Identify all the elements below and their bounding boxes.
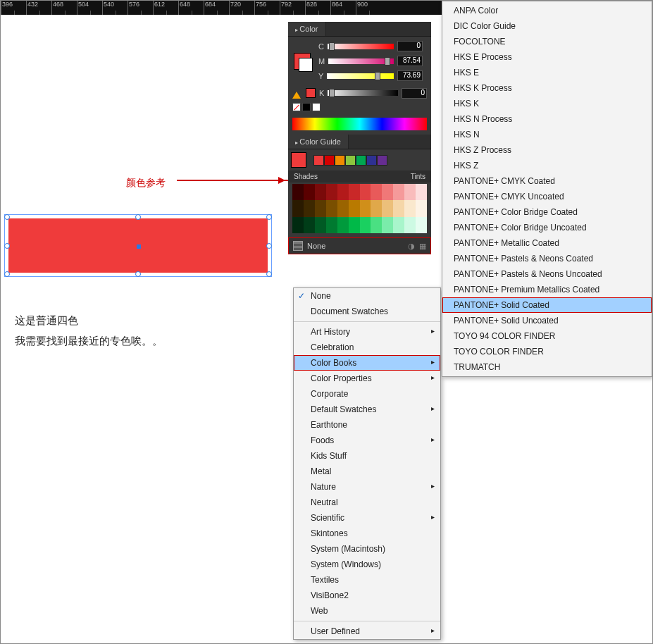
submenu-item[interactable]: FOCOLTONE xyxy=(442,34,652,49)
submenu-item[interactable]: HKS E xyxy=(442,65,652,80)
variation-cell[interactable] xyxy=(304,217,315,233)
variation-cell[interactable] xyxy=(393,184,404,200)
selection-handle[interactable] xyxy=(4,243,10,249)
variation-cell[interactable] xyxy=(404,200,416,216)
library-icon[interactable] xyxy=(293,241,303,251)
variation-cell[interactable] xyxy=(304,200,315,216)
variation-cell[interactable] xyxy=(404,217,416,233)
submenu-item[interactable]: HKS K xyxy=(442,96,652,111)
menu-item[interactable]: Default Swatches xyxy=(294,402,440,417)
menu-item[interactable]: Skintones xyxy=(294,526,440,541)
save-group-icon[interactable]: ▦ xyxy=(419,242,426,251)
variation-cell[interactable] xyxy=(416,200,427,216)
submenu-item[interactable]: PANTONE+ Pastels & Neons Coated xyxy=(442,251,652,266)
submenu-item[interactable]: PANTONE+ Premium Metallics Coated xyxy=(442,282,652,297)
menu-item[interactable]: Celebration xyxy=(294,340,440,355)
color-guide-header[interactable]: Color Guide xyxy=(288,135,431,149)
selection-handle[interactable] xyxy=(4,271,10,277)
selection-handle[interactable] xyxy=(266,214,272,220)
menu-item[interactable]: Foods xyxy=(294,433,440,448)
variation-cell[interactable] xyxy=(292,184,304,200)
m-slider[interactable] xyxy=(328,58,394,64)
menu-item[interactable]: Color Books xyxy=(294,355,440,371)
variation-cell[interactable] xyxy=(393,217,404,233)
variation-grid[interactable] xyxy=(292,184,427,233)
selection-handle[interactable] xyxy=(266,243,272,249)
black-swatch[interactable] xyxy=(302,103,311,111)
variation-cell[interactable] xyxy=(304,184,315,200)
submenu-item[interactable]: HKS Z xyxy=(442,158,652,173)
variation-cell[interactable] xyxy=(337,184,349,200)
fill-stroke-swatch[interactable] xyxy=(294,53,311,70)
none-swatch[interactable] xyxy=(292,103,301,111)
variation-cell[interactable] xyxy=(382,200,393,216)
spectrum-bar[interactable] xyxy=(292,118,427,130)
variation-cell[interactable] xyxy=(315,217,326,233)
library-none[interactable]: None xyxy=(307,242,325,250)
submenu-item[interactable]: PANTONE+ Solid Uncoated xyxy=(442,313,652,328)
variation-cell[interactable] xyxy=(349,184,360,200)
edit-colors-icon[interactable]: ◑ xyxy=(408,242,415,251)
variation-cell[interactable] xyxy=(382,184,393,200)
submenu-item[interactable]: HKS K Process xyxy=(442,80,652,96)
y-slider[interactable] xyxy=(327,73,394,79)
submenu-item[interactable]: PANTONE+ Solid Coated xyxy=(442,297,652,313)
c-slider[interactable] xyxy=(328,44,394,49)
menu-item[interactable]: Nature xyxy=(294,479,440,495)
variation-cell[interactable] xyxy=(349,200,360,216)
variation-cell[interactable] xyxy=(292,217,304,233)
variation-cell[interactable] xyxy=(382,217,393,233)
submenu-item[interactable]: HKS Z Process xyxy=(442,142,652,158)
color-tab[interactable]: Color xyxy=(288,22,326,36)
gamut-swatch[interactable] xyxy=(306,88,316,98)
submenu-item[interactable]: PANTONE+ Color Bridge Uncoated xyxy=(442,220,652,235)
submenu-item[interactable]: PANTONE+ Color Bridge Coated xyxy=(442,204,652,220)
menu-item[interactable]: None xyxy=(294,288,440,304)
submenu-item[interactable]: TOYO 94 COLOR FINDER xyxy=(442,328,652,344)
menu-item[interactable]: Neutral xyxy=(294,495,440,510)
variation-cell[interactable] xyxy=(337,217,349,233)
menu-item[interactable]: Metal xyxy=(294,464,440,479)
base-color-swatch[interactable] xyxy=(291,152,306,168)
harmony-chips[interactable] xyxy=(313,155,387,166)
variation-cell[interactable] xyxy=(371,184,382,200)
harmony-chip[interactable] xyxy=(366,155,377,166)
gamut-warning-icon[interactable] xyxy=(292,87,301,99)
k-value[interactable]: 0 xyxy=(402,88,427,99)
variation-cell[interactable] xyxy=(404,184,416,200)
submenu-item[interactable]: TOYO COLOR FINDER xyxy=(442,344,652,359)
submenu-item[interactable]: DIC Color Guide xyxy=(442,18,652,34)
menu-item[interactable]: Web xyxy=(294,603,440,619)
submenu-item[interactable]: PANTONE+ CMYK Coated xyxy=(442,173,652,189)
submenu-item[interactable]: ANPA Color xyxy=(442,3,652,18)
menu-item[interactable]: Art History xyxy=(294,324,440,340)
menu-item[interactable]: Document Swatches xyxy=(294,304,440,319)
harmony-chip[interactable] xyxy=(356,155,366,166)
selection-handle[interactable] xyxy=(4,214,10,220)
submenu-item[interactable]: PANTONE+ Pastels & Neons Uncoated xyxy=(442,266,652,282)
selection-handle[interactable] xyxy=(266,271,272,277)
menu-item[interactable]: System (Macintosh) xyxy=(294,541,440,557)
menu-item[interactable]: Textiles xyxy=(294,572,440,588)
variation-cell[interactable] xyxy=(337,200,349,216)
variation-cell[interactable] xyxy=(292,200,304,216)
color-panel-header[interactable]: Color xyxy=(288,22,431,37)
harmony-chip[interactable] xyxy=(377,155,387,166)
color-guide-tab[interactable]: Color Guide xyxy=(288,135,349,149)
selection-handle[interactable] xyxy=(135,214,141,220)
menu-item[interactable]: System (Windows) xyxy=(294,557,440,572)
menu-item[interactable]: Kids Stuff xyxy=(294,448,440,464)
menu-item[interactable]: User Defined xyxy=(294,624,440,639)
harmony-chip[interactable] xyxy=(345,155,356,166)
variation-cell[interactable] xyxy=(393,200,404,216)
variation-cell[interactable] xyxy=(326,200,337,216)
submenu-item[interactable]: TRUMATCH xyxy=(442,359,652,375)
variation-cell[interactable] xyxy=(326,184,337,200)
harmony-chip[interactable] xyxy=(324,155,335,166)
m-value[interactable]: 87.54 xyxy=(397,56,423,66)
variation-cell[interactable] xyxy=(416,184,427,200)
menu-item[interactable]: Scientific xyxy=(294,510,440,526)
variation-cell[interactable] xyxy=(371,200,382,216)
white-swatch[interactable] xyxy=(312,103,321,111)
variation-cell[interactable] xyxy=(315,200,326,216)
